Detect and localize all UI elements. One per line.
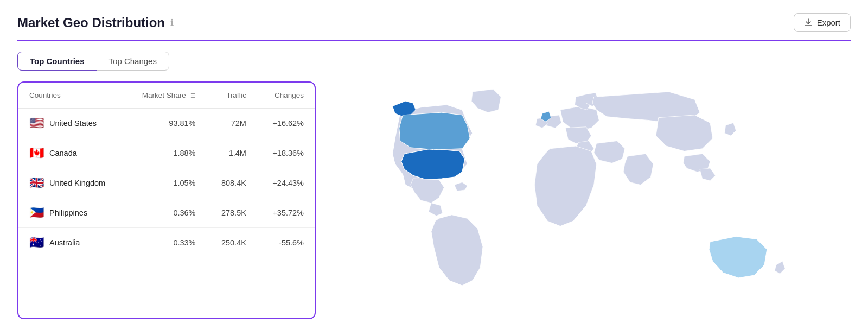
change-cell: +35.72%: [257, 198, 315, 228]
country-cell: 🇬🇧 United Kingdom: [18, 168, 125, 198]
market-share-cell: 0.36%: [125, 198, 207, 228]
tab-bar: Top Countries Top Changes: [17, 52, 851, 71]
table-row[interactable]: 🇦🇺 Australia 0.33% 250.4K -55.6%: [18, 228, 315, 258]
page-title: Market Geo Distribution: [17, 15, 165, 30]
country-name: United States: [49, 119, 97, 128]
traffic-cell: 250.4K: [207, 228, 257, 258]
col-changes: Changes: [257, 83, 315, 109]
country-flag: 🇺🇸: [29, 116, 44, 130]
country-name: Australia: [49, 238, 80, 247]
country-cell: 🇨🇦 Canada: [18, 138, 125, 168]
country-name: Canada: [49, 149, 77, 157]
change-cell: -55.6%: [257, 228, 315, 258]
traffic-cell: 72M: [207, 109, 257, 138]
traffic-cell: 278.5K: [207, 198, 257, 228]
country-flag: 🇦🇺: [29, 236, 44, 250]
header-left: Market Geo Distribution ℹ: [17, 15, 174, 30]
country-name: United Kingdom: [49, 179, 105, 187]
market-share-cell: 93.81%: [125, 109, 207, 138]
change-cell: +18.36%: [257, 138, 315, 168]
table-row[interactable]: 🇨🇦 Canada 1.88% 1.4M +18.36%: [18, 138, 315, 168]
table-row[interactable]: 🇵🇭 Philippines 0.36% 278.5K +35.72%: [18, 198, 315, 228]
country-flag: 🇬🇧: [29, 176, 44, 190]
country-cell: 🇦🇺 Australia: [18, 228, 125, 258]
table-row[interactable]: 🇺🇸 United States 93.81% 72M +16.62%: [18, 109, 315, 138]
country-cell: 🇺🇸 United States: [18, 109, 125, 138]
country-flag: 🇵🇭: [29, 206, 44, 220]
market-share-cell: 0.33%: [125, 228, 207, 258]
col-countries: Countries: [18, 83, 125, 109]
col-traffic: Traffic: [207, 83, 257, 109]
change-cell: +24.43%: [257, 168, 315, 198]
market-share-cell: 1.88%: [125, 138, 207, 168]
country-table: Countries Market Share ☰ Traffic Changes…: [18, 83, 315, 257]
page-header: Market Geo Distribution ℹ Export: [17, 13, 851, 41]
traffic-cell: 1.4M: [207, 138, 257, 168]
main-container: Market Geo Distribution ℹ Export Top Cou…: [0, 0, 868, 329]
tab-top-changes[interactable]: Top Changes: [97, 52, 169, 71]
world-map-svg: [332, 81, 851, 319]
info-icon[interactable]: ℹ: [170, 17, 174, 28]
tab-top-countries[interactable]: Top Countries: [17, 52, 97, 71]
country-flag: 🇨🇦: [29, 146, 44, 160]
traffic-cell: 808.4K: [207, 168, 257, 198]
country-name: Philippines: [49, 208, 87, 217]
map-panel: [332, 81, 851, 319]
change-cell: +16.62%: [257, 109, 315, 138]
export-button[interactable]: Export: [794, 13, 851, 32]
sort-icon: ☰: [190, 92, 196, 99]
market-share-cell: 1.05%: [125, 168, 207, 198]
table-row[interactable]: 🇬🇧 United Kingdom 1.05% 808.4K +24.43%: [18, 168, 315, 198]
col-market-share[interactable]: Market Share ☰: [125, 83, 207, 109]
content-area: Countries Market Share ☰ Traffic Changes…: [17, 81, 851, 319]
table-panel: Countries Market Share ☰ Traffic Changes…: [17, 81, 316, 319]
country-cell: 🇵🇭 Philippines: [18, 198, 125, 228]
export-icon: [804, 18, 813, 27]
